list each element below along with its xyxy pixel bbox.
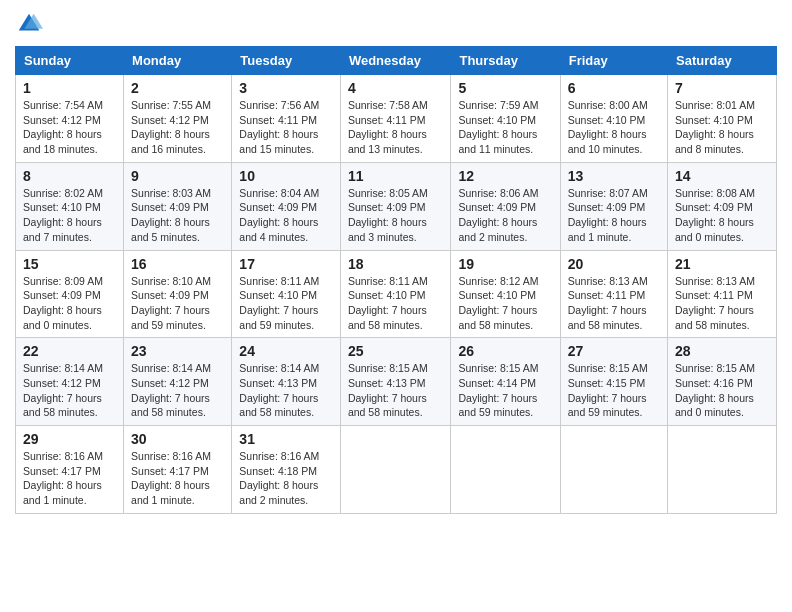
day-number: 31 [239,431,333,447]
day-number: 10 [239,168,333,184]
cell-details: Sunrise: 8:01 AMSunset: 4:10 PMDaylight:… [675,98,769,157]
cell-details: Sunrise: 8:12 AMSunset: 4:10 PMDaylight:… [458,274,552,333]
cell-details: Sunrise: 8:14 AMSunset: 4:12 PMDaylight:… [23,361,116,420]
cell-details: Sunrise: 7:54 AMSunset: 4:12 PMDaylight:… [23,98,116,157]
calendar-week-row: 15Sunrise: 8:09 AMSunset: 4:09 PMDayligh… [16,250,777,338]
calendar-cell: 31Sunrise: 8:16 AMSunset: 4:18 PMDayligh… [232,426,341,514]
cell-details: Sunrise: 8:11 AMSunset: 4:10 PMDaylight:… [239,274,333,333]
day-number: 26 [458,343,552,359]
calendar-cell: 30Sunrise: 8:16 AMSunset: 4:17 PMDayligh… [124,426,232,514]
cell-details: Sunrise: 8:07 AMSunset: 4:09 PMDaylight:… [568,186,660,245]
weekday-header: Tuesday [232,47,341,75]
calendar-cell: 22Sunrise: 8:14 AMSunset: 4:12 PMDayligh… [16,338,124,426]
day-number: 25 [348,343,444,359]
day-number: 12 [458,168,552,184]
logo [15,10,47,38]
day-number: 27 [568,343,660,359]
calendar-cell [560,426,667,514]
day-number: 19 [458,256,552,272]
cell-details: Sunrise: 7:58 AMSunset: 4:11 PMDaylight:… [348,98,444,157]
calendar-week-row: 22Sunrise: 8:14 AMSunset: 4:12 PMDayligh… [16,338,777,426]
cell-details: Sunrise: 7:55 AMSunset: 4:12 PMDaylight:… [131,98,224,157]
calendar-cell: 8Sunrise: 8:02 AMSunset: 4:10 PMDaylight… [16,162,124,250]
weekday-header: Wednesday [340,47,451,75]
cell-details: Sunrise: 7:56 AMSunset: 4:11 PMDaylight:… [239,98,333,157]
calendar-cell [451,426,560,514]
day-number: 2 [131,80,224,96]
weekday-header: Thursday [451,47,560,75]
calendar-cell: 11Sunrise: 8:05 AMSunset: 4:09 PMDayligh… [340,162,451,250]
cell-details: Sunrise: 8:06 AMSunset: 4:09 PMDaylight:… [458,186,552,245]
cell-details: Sunrise: 8:00 AMSunset: 4:10 PMDaylight:… [568,98,660,157]
day-number: 21 [675,256,769,272]
cell-details: Sunrise: 8:16 AMSunset: 4:17 PMDaylight:… [131,449,224,508]
day-number: 20 [568,256,660,272]
cell-details: Sunrise: 8:16 AMSunset: 4:17 PMDaylight:… [23,449,116,508]
page-header [15,10,777,38]
day-number: 8 [23,168,116,184]
day-number: 17 [239,256,333,272]
logo-icon [15,10,43,38]
cell-details: Sunrise: 8:10 AMSunset: 4:09 PMDaylight:… [131,274,224,333]
weekday-header: Friday [560,47,667,75]
calendar-cell: 14Sunrise: 8:08 AMSunset: 4:09 PMDayligh… [668,162,777,250]
day-number: 11 [348,168,444,184]
calendar-cell: 29Sunrise: 8:16 AMSunset: 4:17 PMDayligh… [16,426,124,514]
calendar-cell: 2Sunrise: 7:55 AMSunset: 4:12 PMDaylight… [124,75,232,163]
cell-details: Sunrise: 8:04 AMSunset: 4:09 PMDaylight:… [239,186,333,245]
day-number: 1 [23,80,116,96]
day-number: 7 [675,80,769,96]
cell-details: Sunrise: 8:09 AMSunset: 4:09 PMDaylight:… [23,274,116,333]
calendar-cell [340,426,451,514]
calendar-cell: 5Sunrise: 7:59 AMSunset: 4:10 PMDaylight… [451,75,560,163]
cell-details: Sunrise: 8:15 AMSunset: 4:13 PMDaylight:… [348,361,444,420]
calendar-cell: 21Sunrise: 8:13 AMSunset: 4:11 PMDayligh… [668,250,777,338]
cell-details: Sunrise: 8:16 AMSunset: 4:18 PMDaylight:… [239,449,333,508]
calendar-cell: 17Sunrise: 8:11 AMSunset: 4:10 PMDayligh… [232,250,341,338]
day-number: 18 [348,256,444,272]
cell-details: Sunrise: 8:14 AMSunset: 4:13 PMDaylight:… [239,361,333,420]
calendar-cell [668,426,777,514]
calendar-week-row: 8Sunrise: 8:02 AMSunset: 4:10 PMDaylight… [16,162,777,250]
calendar-cell: 26Sunrise: 8:15 AMSunset: 4:14 PMDayligh… [451,338,560,426]
calendar-week-row: 29Sunrise: 8:16 AMSunset: 4:17 PMDayligh… [16,426,777,514]
calendar-cell: 12Sunrise: 8:06 AMSunset: 4:09 PMDayligh… [451,162,560,250]
cell-details: Sunrise: 8:08 AMSunset: 4:09 PMDaylight:… [675,186,769,245]
calendar-cell: 25Sunrise: 8:15 AMSunset: 4:13 PMDayligh… [340,338,451,426]
calendar-cell: 6Sunrise: 8:00 AMSunset: 4:10 PMDaylight… [560,75,667,163]
calendar-cell: 19Sunrise: 8:12 AMSunset: 4:10 PMDayligh… [451,250,560,338]
calendar-cell: 7Sunrise: 8:01 AMSunset: 4:10 PMDaylight… [668,75,777,163]
calendar-cell: 9Sunrise: 8:03 AMSunset: 4:09 PMDaylight… [124,162,232,250]
calendar-cell: 10Sunrise: 8:04 AMSunset: 4:09 PMDayligh… [232,162,341,250]
calendar-table: SundayMondayTuesdayWednesdayThursdayFrid… [15,46,777,514]
day-number: 14 [675,168,769,184]
cell-details: Sunrise: 8:15 AMSunset: 4:16 PMDaylight:… [675,361,769,420]
day-number: 22 [23,343,116,359]
calendar-cell: 23Sunrise: 8:14 AMSunset: 4:12 PMDayligh… [124,338,232,426]
cell-details: Sunrise: 8:13 AMSunset: 4:11 PMDaylight:… [568,274,660,333]
cell-details: Sunrise: 8:13 AMSunset: 4:11 PMDaylight:… [675,274,769,333]
day-number: 24 [239,343,333,359]
day-number: 23 [131,343,224,359]
calendar-cell: 24Sunrise: 8:14 AMSunset: 4:13 PMDayligh… [232,338,341,426]
cell-details: Sunrise: 8:03 AMSunset: 4:09 PMDaylight:… [131,186,224,245]
day-number: 3 [239,80,333,96]
cell-details: Sunrise: 7:59 AMSunset: 4:10 PMDaylight:… [458,98,552,157]
weekday-header: Sunday [16,47,124,75]
cell-details: Sunrise: 8:11 AMSunset: 4:10 PMDaylight:… [348,274,444,333]
calendar-cell: 15Sunrise: 8:09 AMSunset: 4:09 PMDayligh… [16,250,124,338]
calendar-cell: 16Sunrise: 8:10 AMSunset: 4:09 PMDayligh… [124,250,232,338]
day-number: 15 [23,256,116,272]
calendar-cell: 28Sunrise: 8:15 AMSunset: 4:16 PMDayligh… [668,338,777,426]
calendar-cell: 3Sunrise: 7:56 AMSunset: 4:11 PMDaylight… [232,75,341,163]
cell-details: Sunrise: 8:15 AMSunset: 4:15 PMDaylight:… [568,361,660,420]
header-row: SundayMondayTuesdayWednesdayThursdayFrid… [16,47,777,75]
day-number: 16 [131,256,224,272]
day-number: 28 [675,343,769,359]
day-number: 30 [131,431,224,447]
calendar-cell: 18Sunrise: 8:11 AMSunset: 4:10 PMDayligh… [340,250,451,338]
weekday-header: Monday [124,47,232,75]
weekday-header: Saturday [668,47,777,75]
day-number: 13 [568,168,660,184]
calendar-cell: 20Sunrise: 8:13 AMSunset: 4:11 PMDayligh… [560,250,667,338]
